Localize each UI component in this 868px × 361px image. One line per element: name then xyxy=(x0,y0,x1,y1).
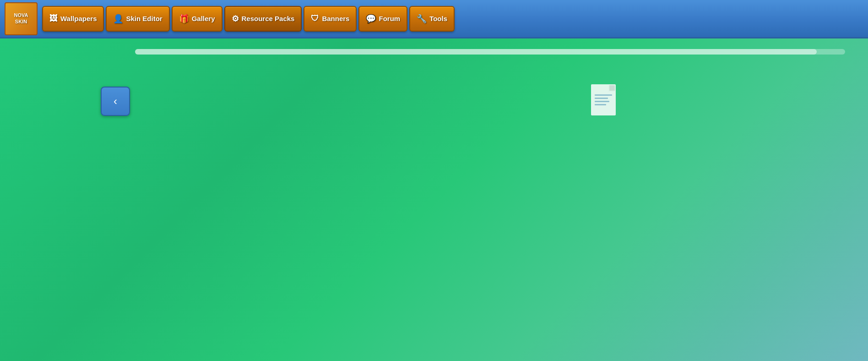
nav-banners[interactable]: 🛡 Banners xyxy=(304,6,357,32)
wallpapers-label: Wallpapers xyxy=(60,15,97,22)
navbar: NOVASKIN 🖼 Wallpapers 👤 Skin Editor 🎁 Ga… xyxy=(0,0,868,38)
nav-resource-packs[interactable]: ⚙ Resource Packs xyxy=(224,6,302,32)
wallpapers-icon: 🖼 xyxy=(49,14,58,23)
slider-track[interactable] xyxy=(135,49,845,55)
forum-label: Forum xyxy=(379,15,400,22)
file-icon[interactable] xyxy=(591,84,618,117)
back-icon: ‹ xyxy=(114,95,117,108)
banners-label: Banners xyxy=(322,15,349,22)
skin-editor-label: Skin Editor xyxy=(126,15,162,22)
gallery-icon: 🎁 xyxy=(179,14,189,24)
tools-label: Tools xyxy=(429,15,447,22)
slider-bar-area[interactable] xyxy=(135,48,845,56)
nav-gallery[interactable]: 🎁 Gallery xyxy=(172,6,222,32)
tools-icon: 🔧 xyxy=(417,14,427,24)
gallery-label: Gallery xyxy=(192,15,215,22)
skin-editor-icon: 👤 xyxy=(113,14,123,24)
logo[interactable]: NOVASKIN xyxy=(5,2,38,35)
banners-icon: 🛡 xyxy=(311,14,319,23)
logo-text: NOVASKIN xyxy=(14,12,28,24)
file-lines xyxy=(595,94,612,107)
file-corner xyxy=(608,85,615,92)
nav-forum[interactable]: 💬 Forum xyxy=(358,6,407,32)
nav-skin-editor[interactable]: 👤 Skin Editor xyxy=(106,6,169,32)
resource-packs-label: Resource Packs xyxy=(242,15,295,22)
resource-packs-icon: ⚙ xyxy=(232,14,239,24)
forum-icon: 💬 xyxy=(366,14,376,24)
back-button[interactable]: ‹ xyxy=(101,87,130,116)
main-content: ‹ xyxy=(0,38,868,361)
slider-fill xyxy=(135,49,817,55)
nav-tools[interactable]: 🔧 Tools xyxy=(409,6,455,32)
nav-wallpapers[interactable]: 🖼 Wallpapers xyxy=(42,6,104,32)
